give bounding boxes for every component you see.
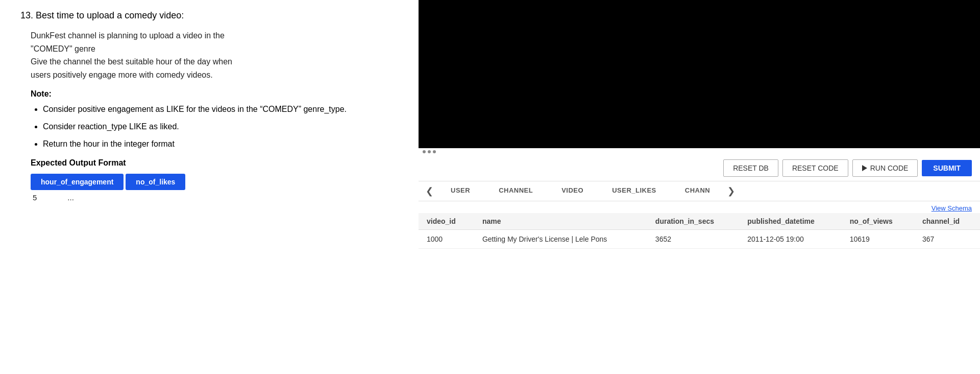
tabs-left-arrow[interactable]: ❮	[423, 181, 436, 201]
question-line2: "COMEDY" genre	[31, 44, 95, 53]
submit-button[interactable]: SUBMIT	[922, 160, 972, 176]
view-schema-link[interactable]: View Schema	[932, 204, 972, 212]
cell-published_datetime: 2011-12-05 19:00	[739, 230, 841, 249]
tab-user[interactable]: USER	[436, 181, 484, 201]
question-body: DunkFest channel is planning to upload a…	[31, 29, 398, 81]
col-header-name: name	[474, 213, 647, 230]
tab-user-likes[interactable]: USER_LIKES	[598, 181, 671, 201]
reset-db-button[interactable]: RESET DB	[723, 159, 778, 177]
db-tabs-bar: ❮ USER CHANNEL VIDEO USER_LIKES CHANN ❯	[419, 181, 980, 201]
table-row: 1000Getting My Driver's License | Lele P…	[419, 230, 980, 249]
bullet-item-2: Consider reaction_type LIKE as liked.	[43, 120, 398, 133]
cell-no_of_views: 10619	[842, 230, 914, 249]
output-columns-row: hour_of_engagement no_of_likes	[31, 174, 398, 190]
data-table-container: video_id name duration_in_secs published…	[419, 213, 980, 374]
cell-channel_id: 367	[914, 230, 980, 249]
output-values-row: 5 ...	[33, 193, 398, 202]
table-body: 1000Getting My Driver's License | Lele P…	[419, 230, 980, 249]
toolbar: RESET DB RESET CODE RUN CODE SUBMIT	[419, 155, 980, 181]
question-number: 13. Best time to upload a comedy video:	[20, 10, 398, 21]
bullet-list: Consider positive engagement as LIKE for…	[43, 103, 398, 150]
col-header-views: no_of_views	[842, 213, 914, 230]
play-icon	[862, 165, 867, 171]
cell-duration_in_secs: 3652	[647, 230, 739, 249]
right-panel: RESET DB RESET CODE RUN CODE SUBMIT ❮ US…	[419, 0, 980, 374]
dots-container	[423, 150, 436, 153]
run-code-button[interactable]: RUN CODE	[852, 159, 918, 177]
col-header-duration: duration_in_secs	[647, 213, 739, 230]
reset-code-button[interactable]: RESET CODE	[782, 159, 848, 177]
question-line3: Give the channel the best suitable hour …	[31, 57, 232, 66]
col-header-video-id: video_id	[419, 213, 474, 230]
video-table: video_id name duration_in_secs published…	[419, 213, 980, 249]
output-val-2: ...	[67, 193, 74, 202]
tab-video[interactable]: VIDEO	[547, 181, 598, 201]
bullet-item-3: Return the hour in the integer format	[43, 137, 398, 151]
expected-output-title: Expected Output Format	[31, 158, 398, 168]
col-header-published: published_datetime	[739, 213, 841, 230]
tab-chann[interactable]: CHANN	[671, 181, 724, 201]
cell-name: Getting My Driver's License | Lele Pons	[474, 230, 647, 249]
question-line1: DunkFest channel is planning to upload a…	[31, 31, 225, 40]
col-header-channel-id: channel_id	[914, 213, 980, 230]
dot-3	[433, 150, 436, 153]
dot-1	[423, 150, 426, 153]
output-col-2: no_of_likes	[126, 174, 185, 190]
output-val-1: 5	[33, 193, 37, 202]
bullet-item-1: Consider positive engagement as LIKE for…	[43, 103, 398, 116]
run-code-label: RUN CODE	[870, 164, 909, 172]
cell-video_id: 1000	[419, 230, 474, 249]
output-format-table: hour_of_engagement no_of_likes 5 ...	[31, 174, 398, 202]
tab-channel[interactable]: CHANNEL	[484, 181, 547, 201]
output-col-1: hour_of_engagement	[31, 174, 124, 190]
table-header-row: video_id name duration_in_secs published…	[419, 213, 980, 230]
code-editor-area[interactable]	[419, 0, 980, 148]
schema-link-row: View Schema	[419, 201, 980, 213]
note-title: Note:	[31, 89, 398, 99]
left-panel: 13. Best time to upload a comedy video: …	[0, 0, 419, 374]
question-line4: users positively engage more with comedy…	[31, 71, 213, 79]
tabs-right-arrow[interactable]: ❯	[724, 181, 738, 201]
divider-dots	[419, 148, 980, 155]
dot-2	[428, 150, 431, 153]
